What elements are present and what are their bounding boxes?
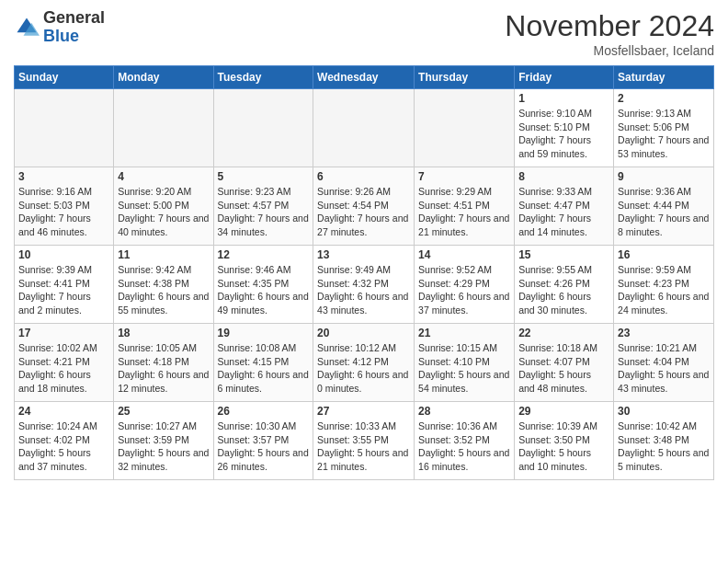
calendar-cell: 11Sunrise: 9:42 AM Sunset: 4:38 PM Dayli… — [114, 246, 213, 324]
day-info: Sunrise: 10:39 AM Sunset: 3:50 PM Daylig… — [518, 419, 609, 474]
calendar-cell: 12Sunrise: 9:46 AM Sunset: 4:35 PM Dayli… — [213, 246, 313, 324]
weekday-header-saturday: Saturday — [614, 66, 714, 89]
day-number: 18 — [118, 327, 209, 339]
calendar-cell — [213, 89, 313, 167]
day-number: 16 — [618, 248, 710, 261]
day-info: Sunrise: 9:36 AM Sunset: 4:44 PM Dayligh… — [618, 185, 710, 239]
logo-icon — [14, 15, 40, 40]
day-number: 7 — [418, 170, 510, 183]
day-info: Sunrise: 9:52 AM Sunset: 4:29 PM Dayligh… — [418, 263, 510, 317]
week-row-5: 24Sunrise: 10:24 AM Sunset: 4:02 PM Dayl… — [15, 402, 714, 480]
calendar-cell: 7Sunrise: 9:29 AM Sunset: 4:51 PM Daylig… — [415, 167, 515, 246]
logo-blue-text: Blue — [43, 28, 105, 46]
month-title: November 2024 — [505, 9, 714, 43]
day-info: Sunrise: 9:16 AM Sunset: 5:03 PM Dayligh… — [18, 185, 109, 239]
weekday-header-thursday: Thursday — [415, 66, 515, 89]
day-info: Sunrise: 10:08 AM Sunset: 4:15 PM Daylig… — [218, 341, 310, 396]
page-header: General Blue November 2024 Mosfellsbaer,… — [14, 9, 714, 58]
day-number: 19 — [218, 327, 310, 339]
calendar-cell: 5Sunrise: 9:23 AM Sunset: 4:57 PM Daylig… — [213, 167, 313, 246]
day-info: Sunrise: 9:46 AM Sunset: 4:35 PM Dayligh… — [218, 263, 310, 317]
day-number: 28 — [418, 405, 510, 418]
calendar-table: SundayMondayTuesdayWednesdayThursdayFrid… — [14, 65, 714, 480]
day-info: Sunrise: 10:42 AM Sunset: 3:48 PM Daylig… — [618, 419, 710, 474]
week-row-1: 1Sunrise: 9:10 AM Sunset: 5:10 PM Daylig… — [15, 89, 714, 167]
day-number: 15 — [518, 248, 609, 261]
day-number: 23 — [618, 327, 710, 339]
calendar-cell: 20Sunrise: 10:12 AM Sunset: 4:12 PM Dayl… — [313, 324, 415, 402]
day-number: 9 — [618, 170, 710, 183]
calendar-cell: 6Sunrise: 9:26 AM Sunset: 4:54 PM Daylig… — [313, 167, 415, 246]
weekday-header-sunday: Sunday — [15, 66, 114, 89]
calendar-cell: 28Sunrise: 10:36 AM Sunset: 3:52 PM Dayl… — [415, 402, 515, 480]
day-number: 27 — [317, 405, 410, 418]
location-text: Mosfellsbaer, Iceland — [505, 43, 714, 58]
weekday-header-tuesday: Tuesday — [213, 66, 313, 89]
day-info: Sunrise: 9:10 AM Sunset: 5:10 PM Dayligh… — [518, 107, 609, 161]
day-number: 14 — [418, 248, 510, 261]
calendar-cell: 27Sunrise: 10:33 AM Sunset: 3:55 PM Dayl… — [313, 402, 415, 480]
calendar-cell — [313, 89, 415, 167]
calendar-cell — [415, 89, 515, 167]
calendar-cell: 4Sunrise: 9:20 AM Sunset: 5:00 PM Daylig… — [114, 167, 213, 246]
calendar-cell: 25Sunrise: 10:27 AM Sunset: 3:59 PM Dayl… — [114, 402, 213, 480]
day-info: Sunrise: 10:05 AM Sunset: 4:18 PM Daylig… — [118, 341, 209, 396]
day-info: Sunrise: 10:21 AM Sunset: 4:04 PM Daylig… — [618, 341, 710, 396]
calendar-cell: 13Sunrise: 9:49 AM Sunset: 4:32 PM Dayli… — [313, 246, 415, 324]
day-info: Sunrise: 10:15 AM Sunset: 4:10 PM Daylig… — [418, 341, 510, 396]
calendar-cell: 15Sunrise: 9:55 AM Sunset: 4:26 PM Dayli… — [515, 246, 614, 324]
day-number: 12 — [218, 248, 310, 261]
calendar-cell: 18Sunrise: 10:05 AM Sunset: 4:18 PM Dayl… — [114, 324, 213, 402]
day-number: 17 — [18, 327, 109, 339]
day-info: Sunrise: 9:20 AM Sunset: 5:00 PM Dayligh… — [118, 185, 209, 239]
day-info: Sunrise: 9:42 AM Sunset: 4:38 PM Dayligh… — [118, 263, 209, 317]
day-info: Sunrise: 10:02 AM Sunset: 4:21 PM Daylig… — [18, 341, 109, 396]
day-info: Sunrise: 9:26 AM Sunset: 4:54 PM Dayligh… — [317, 185, 410, 239]
day-number: 30 — [618, 405, 710, 418]
day-info: Sunrise: 10:36 AM Sunset: 3:52 PM Daylig… — [418, 419, 510, 474]
calendar-cell: 14Sunrise: 9:52 AM Sunset: 4:29 PM Dayli… — [415, 246, 515, 324]
day-info: Sunrise: 10:30 AM Sunset: 3:57 PM Daylig… — [218, 419, 310, 474]
day-info: Sunrise: 9:33 AM Sunset: 4:47 PM Dayligh… — [518, 185, 609, 239]
weekday-header-monday: Monday — [114, 66, 213, 89]
calendar-cell: 24Sunrise: 10:24 AM Sunset: 4:02 PM Dayl… — [15, 402, 114, 480]
calendar-cell — [15, 89, 114, 167]
day-number: 22 — [518, 327, 609, 339]
day-number: 5 — [218, 170, 310, 183]
day-info: Sunrise: 9:23 AM Sunset: 4:57 PM Dayligh… — [218, 185, 310, 239]
calendar-cell: 1Sunrise: 9:10 AM Sunset: 5:10 PM Daylig… — [515, 89, 614, 167]
day-info: Sunrise: 10:12 AM Sunset: 4:12 PM Daylig… — [317, 341, 410, 396]
day-info: Sunrise: 10:33 AM Sunset: 3:55 PM Daylig… — [317, 419, 410, 474]
calendar-cell: 22Sunrise: 10:18 AM Sunset: 4:07 PM Dayl… — [515, 324, 614, 402]
day-info: Sunrise: 10:18 AM Sunset: 4:07 PM Daylig… — [518, 341, 609, 396]
calendar-cell: 29Sunrise: 10:39 AM Sunset: 3:50 PM Dayl… — [515, 402, 614, 480]
day-number: 26 — [218, 405, 310, 418]
day-number: 6 — [317, 170, 410, 183]
day-info: Sunrise: 9:29 AM Sunset: 4:51 PM Dayligh… — [418, 185, 510, 239]
day-info: Sunrise: 9:59 AM Sunset: 4:23 PM Dayligh… — [618, 263, 710, 317]
day-info: Sunrise: 9:55 AM Sunset: 4:26 PM Dayligh… — [518, 263, 609, 317]
day-number: 8 — [518, 170, 609, 183]
weekday-header-friday: Friday — [515, 66, 614, 89]
calendar-cell: 21Sunrise: 10:15 AM Sunset: 4:10 PM Dayl… — [415, 324, 515, 402]
calendar-cell: 23Sunrise: 10:21 AM Sunset: 4:04 PM Dayl… — [614, 324, 714, 402]
day-number: 21 — [418, 327, 510, 339]
calendar-cell: 16Sunrise: 9:59 AM Sunset: 4:23 PM Dayli… — [614, 246, 714, 324]
calendar-cell — [114, 89, 213, 167]
day-number: 4 — [118, 170, 209, 183]
day-number: 10 — [18, 248, 109, 261]
day-number: 13 — [317, 248, 410, 261]
weekday-header-wednesday: Wednesday — [313, 66, 415, 89]
weekday-header-row: SundayMondayTuesdayWednesdayThursdayFrid… — [15, 66, 714, 89]
logo: General Blue — [14, 9, 105, 46]
day-info: Sunrise: 9:13 AM Sunset: 5:06 PM Dayligh… — [618, 107, 710, 161]
calendar-cell: 9Sunrise: 9:36 AM Sunset: 4:44 PM Daylig… — [614, 167, 714, 246]
day-number: 24 — [18, 405, 109, 418]
calendar-cell: 2Sunrise: 9:13 AM Sunset: 5:06 PM Daylig… — [614, 89, 714, 167]
day-info: Sunrise: 9:49 AM Sunset: 4:32 PM Dayligh… — [317, 263, 410, 317]
day-info: Sunrise: 9:39 AM Sunset: 4:41 PM Dayligh… — [18, 263, 109, 317]
day-number: 11 — [118, 248, 209, 261]
logo-general-text: General — [43, 9, 105, 28]
day-number: 25 — [118, 405, 209, 418]
week-row-4: 17Sunrise: 10:02 AM Sunset: 4:21 PM Dayl… — [15, 324, 714, 402]
